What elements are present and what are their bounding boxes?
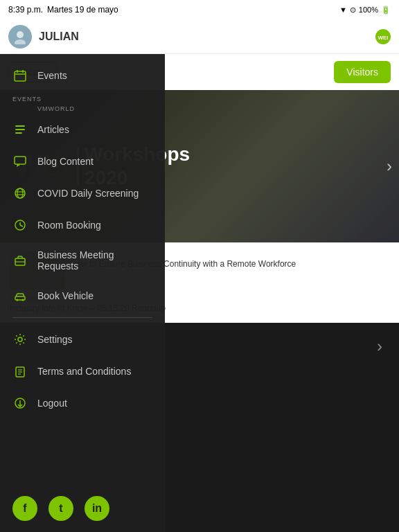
wei-logo: WEI — [356, 26, 391, 47]
svg-point-13 — [17, 188, 23, 198]
facebook-button[interactable]: f — [12, 496, 37, 521]
list-icon — [12, 122, 28, 137]
svg-point-24 — [18, 337, 22, 342]
sidebar-label-vehicle: Book Vehicle — [37, 290, 94, 301]
next-arrow[interactable]: › — [371, 331, 388, 362]
sidebar-label-settings: Settings — [37, 334, 73, 345]
visitors-button[interactable]: Visitors — [334, 61, 391, 83]
svg-rect-8 — [15, 125, 25, 127]
battery-icon: 🔋 — [381, 6, 391, 15]
svg-rect-9 — [15, 129, 25, 130]
svg-point-1 — [15, 39, 26, 44]
signal-icon: ▼ — [339, 6, 347, 14]
logo-circle: WEI — [375, 29, 391, 44]
sidebar-label-events: Events — [37, 70, 67, 81]
sidebar-divider-1 — [12, 317, 152, 318]
sidebar-item-settings[interactable]: Settings — [0, 323, 165, 355]
sidebar: Events EVENTS VMWORLD Articles — [0, 54, 165, 532]
sidebar-item-articles[interactable]: Articles — [0, 114, 165, 145]
clock-icon — [12, 218, 28, 233]
svg-point-22 — [17, 299, 19, 301]
date: Martes 19 de mayo — [47, 5, 118, 15]
gear-icon — [12, 332, 28, 347]
sidebar-label-meeting: Business Meeting Requests — [37, 249, 152, 272]
section-vmworld: VMWORLD — [0, 104, 165, 114]
exit-icon — [12, 396, 28, 411]
app-header: JULIAN WEI — [0, 19, 399, 54]
sidebar-label-room: Room Booking — [37, 220, 101, 231]
avatar — [8, 25, 32, 48]
sidebar-item-room[interactable]: Room Booking — [0, 209, 165, 241]
sidebar-label-articles: Articles — [37, 124, 69, 135]
sidebar-menu: Events EVENTS VMWORLD Articles — [0, 54, 165, 485]
sidebar-item-logout[interactable]: Logout — [0, 387, 165, 419]
battery: 100% — [359, 6, 378, 14]
section-events: EVENTS — [0, 91, 165, 104]
svg-point-23 — [22, 299, 24, 301]
linkedin-button[interactable]: in — [85, 496, 109, 521]
status-right: ▼ ⊙ 100% 🔋 — [339, 6, 391, 15]
svg-rect-11 — [15, 157, 26, 164]
svg-text:WEI: WEI — [378, 35, 388, 41]
sidebar-item-meeting[interactable]: Business Meeting Requests — [0, 241, 165, 280]
wifi-icon: ⊙ — [350, 6, 356, 15]
svg-rect-10 — [15, 132, 22, 134]
sidebar-item-blog[interactable]: Blog Content — [0, 145, 165, 177]
social-links: f t in — [0, 485, 165, 532]
clipboard-icon — [12, 364, 28, 379]
sidebar-item-vehicle[interactable]: Book Vehicle — [0, 280, 165, 312]
globe-icon — [12, 186, 28, 201]
sidebar-label-blog: Blog Content — [37, 156, 94, 167]
sidebar-label-logout: Logout — [37, 398, 67, 409]
svg-line-18 — [20, 225, 23, 227]
main-area: Scan Visitors WEI Workshops2020 › 5.1 — [0, 54, 399, 532]
svg-rect-4 — [15, 71, 26, 81]
sidebar-item-covid[interactable]: COVID Daily Screening — [0, 177, 165, 209]
sidebar-item-terms[interactable]: Terms and Conditions — [0, 355, 165, 387]
hero-next-arrow[interactable]: › — [387, 157, 392, 176]
sidebar-label-covid: COVID Daily Screening — [37, 188, 139, 199]
briefcase-icon — [12, 253, 28, 268]
status-left: 8:39 p.m. Martes 19 de mayo — [8, 5, 118, 15]
car-icon — [12, 288, 28, 303]
svg-point-12 — [15, 188, 25, 198]
chat-icon — [12, 154, 28, 169]
user-name: JULIAN — [39, 30, 349, 43]
sidebar-item-events[interactable]: Events — [0, 60, 165, 91]
status-bar: 8:39 p.m. Martes 19 de mayo ▼ ⊙ 100% 🔋 — [0, 0, 399, 19]
svg-point-0 — [17, 31, 24, 38]
time: 8:39 p.m. — [8, 5, 43, 15]
sidebar-label-terms: Terms and Conditions — [37, 366, 131, 377]
calendar-icon — [12, 68, 28, 83]
twitter-button[interactable]: t — [48, 496, 73, 521]
